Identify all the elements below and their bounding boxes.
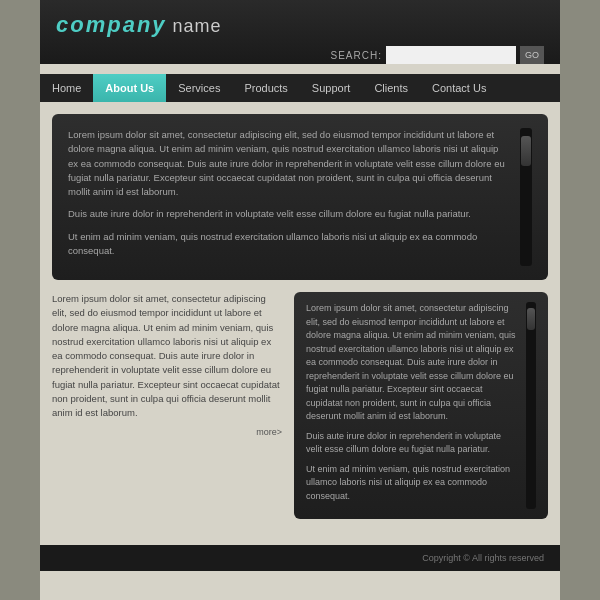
right-col-paragraph-2: Duis aute irure dolor in reprehenderit i… (306, 430, 518, 457)
search-bar: SEARCH: GO (56, 46, 544, 64)
more-link[interactable]: more> (52, 426, 282, 440)
search-input[interactable] (386, 46, 516, 64)
nav-item-clients[interactable]: Clients (362, 74, 420, 102)
nav-item-services[interactable]: Services (166, 74, 232, 102)
dark-box-paragraph-2: Duis aute irure dolor in reprehenderit i… (68, 207, 510, 221)
logo-company: company (56, 12, 167, 38)
logo-name: name (173, 16, 222, 37)
dark-box-text-area: Lorem ipsum dolor sit amet, consectetur … (68, 128, 510, 266)
dark-content-box: Lorem ipsum dolor sit amet, consectetur … (52, 114, 548, 280)
right-scrollbar[interactable] (526, 302, 536, 509)
right-column: Lorem ipsum dolor sit amet, consectetur … (294, 292, 548, 519)
nav-item-contact[interactable]: Contact Us (420, 74, 498, 102)
right-scrollbar-handle[interactable] (527, 308, 535, 330)
search-button[interactable]: GO (520, 46, 544, 64)
two-column-section: Lorem ipsum dolor sit amet, consectetur … (52, 292, 548, 519)
nav-item-home[interactable]: Home (40, 74, 93, 102)
scrollbar-handle[interactable] (521, 136, 531, 166)
nav-item-support[interactable]: Support (300, 74, 363, 102)
logo-area: company name (56, 12, 544, 38)
page-wrapper: company name SEARCH: GO Home About Us Se… (40, 0, 560, 600)
right-col-paragraph-1: Lorem ipsum dolor sit amet, consectetur … (306, 302, 518, 424)
dark-box-paragraph-1: Lorem ipsum dolor sit amet, consectetur … (68, 128, 510, 199)
search-label: SEARCH: (331, 50, 382, 61)
nav-item-about[interactable]: About Us (93, 74, 166, 102)
footer: Copyright © All rights reserved (40, 545, 560, 571)
header: company name SEARCH: GO (40, 0, 560, 64)
main-content: Lorem ipsum dolor sit amet, consectetur … (40, 102, 560, 541)
copyright-text: Copyright © All rights reserved (422, 553, 544, 563)
nav-item-products[interactable]: Products (232, 74, 299, 102)
scrollbar[interactable] (520, 128, 532, 266)
dark-box-paragraph-3: Ut enim ad minim veniam, quis nostrud ex… (68, 230, 510, 259)
nav: Home About Us Services Products Support … (40, 74, 560, 102)
right-col-paragraph-3: Ut enim ad minim veniam, quis nostrud ex… (306, 463, 518, 504)
right-col-text-area: Lorem ipsum dolor sit amet, consectetur … (306, 302, 518, 509)
left-col-paragraph: Lorem ipsum dolor sit amet, consectetur … (52, 292, 282, 420)
left-column: Lorem ipsum dolor sit amet, consectetur … (52, 292, 282, 519)
